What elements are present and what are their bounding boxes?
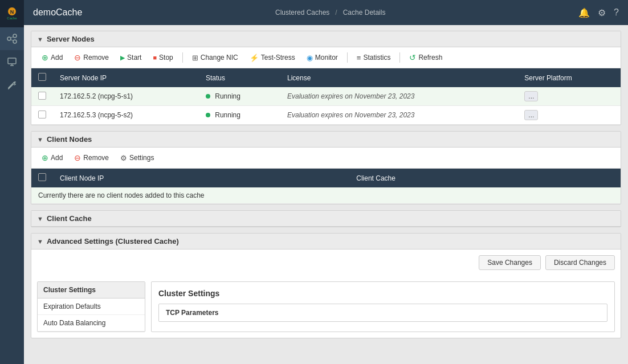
server-row2-more-button[interactable]: ...	[524, 110, 538, 120]
advanced-settings-chevron: ▼	[37, 238, 43, 245]
svg-point-3	[7, 37, 11, 40]
topbar-icons: 🔔 ⚙ ?	[578, 7, 619, 18]
table-row[interactable]: 172.162.5.3 (ncpg-5-s2) Running Evaluati…	[31, 106, 621, 125]
monitor-btn-icon	[307, 54, 313, 62]
sidebar-item-tools[interactable]	[0, 73, 24, 96]
app-logo: N Cache	[0, 0, 24, 27]
start-server-button[interactable]: Start	[116, 52, 146, 63]
notification-icon[interactable]: 🔔	[578, 7, 590, 18]
server-nodes-chevron: ▼	[37, 36, 43, 43]
refresh-icon	[409, 53, 416, 62]
client-nodes-table: Client Node IP Client Cache Currently th…	[31, 169, 621, 204]
breadcrumb-parent[interactable]: Clustered Caches	[275, 9, 329, 17]
toolbar-divider-3	[399, 52, 400, 63]
cluster-icon	[7, 34, 17, 44]
server-nodes-toolbar: Add Remove Start Stop	[31, 47, 621, 68]
stop-icon	[153, 54, 157, 62]
client-nodes-chevron: ▼	[37, 136, 43, 143]
discard-changes-button[interactable]: Discard Changes	[545, 255, 615, 270]
server-row2-status: Running	[199, 106, 280, 125]
svg-line-6	[11, 37, 14, 38]
change-nic-button[interactable]: Change NIC	[187, 52, 243, 64]
server-row2-ip: 172.162.5.3 (ncpg-5-s2)	[53, 106, 199, 125]
status-running-dot	[206, 94, 210, 99]
sidebar-item-cluster[interactable]	[0, 27, 24, 50]
client-nodes-empty-row: Currently there are no client nodes adde…	[31, 187, 621, 204]
status-running-dot-2	[206, 113, 210, 117]
client-table-header-ip: Client Node IP	[53, 169, 349, 187]
server-select-all-checkbox[interactable]	[38, 73, 46, 81]
advanced-settings-section: ▼ Advanced Settings (Clustered Cache) Sa…	[31, 233, 621, 338]
client-cache-title: Client Cache	[47, 214, 92, 223]
adv-layout: Cluster Settings Expiration Defaults Aut…	[37, 281, 615, 332]
server-table-header-platform: Server Platform	[517, 68, 621, 87]
server-nodes-section: ▼ Server Nodes Add Remove Start	[31, 31, 621, 125]
adv-actions-bar: Save Changes Discard Changes	[37, 255, 615, 276]
start-icon	[120, 54, 125, 62]
topbar: demoCache Clustered Caches / Cache Detai…	[24, 0, 628, 25]
client-cache-section: ▼ Client Cache	[31, 210, 621, 227]
stats-icon	[357, 54, 361, 62]
advanced-settings-title: Advanced Settings (Clustered Cache)	[47, 237, 179, 246]
adv-settings-main: Cluster Settings TCP Parameters	[151, 281, 615, 332]
server-row2-check	[31, 106, 53, 125]
remove-server-button[interactable]: Remove	[70, 51, 113, 64]
adv-settings-sidebar: Cluster Settings Expiration Defaults Aut…	[37, 281, 145, 332]
remove-icon	[74, 53, 81, 62]
server-nodes-body: Add Remove Start Stop	[31, 47, 621, 125]
server-table-header-check	[31, 68, 53, 87]
client-settings-button[interactable]: Settings	[116, 152, 158, 164]
server-row1-check	[31, 87, 53, 106]
add-client-icon	[42, 153, 48, 162]
client-nodes-section: ▼ Client Nodes Add Remove Settings	[31, 131, 621, 205]
add-client-button[interactable]: Add	[37, 152, 67, 164]
nic-icon	[192, 54, 198, 62]
server-row1-platform: ...	[517, 87, 621, 106]
server-row1-status: Running	[199, 87, 280, 106]
server-row1-more-button[interactable]: ...	[524, 91, 538, 101]
client-cache-header[interactable]: ▼ Client Cache	[31, 211, 621, 227]
client-nodes-body: Add Remove Settings	[31, 148, 621, 204]
remove-client-button[interactable]: Remove	[70, 152, 113, 164]
advanced-settings-body: Save Changes Discard Changes Cluster Set…	[31, 250, 621, 338]
adv-subsection-tcp-title: TCP Parameters	[166, 309, 600, 317]
server-row1-ip: 172.162.5.2 (ncpg-5-s1)	[53, 87, 199, 106]
logo-icon: N Cache	[3, 5, 21, 22]
client-select-all-checkbox[interactable]	[38, 173, 46, 181]
client-settings-icon	[120, 154, 127, 162]
help-icon[interactable]: ?	[614, 7, 619, 18]
svg-point-4	[13, 34, 17, 38]
client-nodes-toolbar: Add Remove Settings	[31, 148, 621, 169]
statistics-button[interactable]: Statistics	[352, 52, 395, 64]
sidebar-item-monitor[interactable]	[0, 50, 24, 73]
stress-icon	[250, 54, 259, 62]
monitor-icon	[7, 56, 17, 67]
server-nodes-table: Server Node IP Status License Server Pla…	[31, 68, 621, 125]
client-nodes-empty-message: Currently there are no client nodes adde…	[31, 187, 621, 204]
client-cache-chevron: ▼	[37, 215, 43, 222]
server-row2-platform: ...	[517, 106, 621, 125]
svg-rect-8	[8, 58, 16, 64]
monitor-button[interactable]: Monitor	[302, 52, 342, 64]
main-area: demoCache Clustered Caches / Cache Detai…	[24, 0, 628, 364]
settings-icon[interactable]: ⚙	[598, 7, 606, 18]
sidebar: N Cache	[0, 0, 24, 364]
server-row1-license: Evaluation expires on November 23, 2023	[280, 87, 517, 106]
stop-server-button[interactable]: Stop	[148, 52, 177, 63]
refresh-button[interactable]: Refresh	[405, 51, 447, 64]
advanced-settings-header[interactable]: ▼ Advanced Settings (Clustered Cache)	[31, 234, 621, 250]
adv-sidebar-item-expiration[interactable]: Expiration Defaults	[38, 298, 145, 315]
server-table-header-ip: Server Node IP	[53, 68, 199, 87]
table-row[interactable]: 172.162.5.2 (ncpg-5-s1) Running Evaluati…	[31, 87, 621, 106]
adv-sidebar-item-balancing[interactable]: Auto Data Balancing	[38, 315, 145, 332]
content-area: ▼ Server Nodes Add Remove Start	[24, 25, 628, 364]
test-stress-button[interactable]: Test-Stress	[245, 52, 300, 64]
client-nodes-header[interactable]: ▼ Client Nodes	[31, 132, 621, 148]
toolbar-divider-2	[347, 52, 348, 63]
server-nodes-header[interactable]: ▼ Server Nodes	[31, 31, 621, 47]
add-server-button[interactable]: Add	[37, 51, 67, 64]
cache-name-title: demoCache	[33, 7, 82, 18]
adv-sidebar-header: Cluster Settings	[38, 282, 145, 298]
server-row2-license: Evaluation expires on November 23, 2023	[280, 106, 517, 125]
save-changes-button[interactable]: Save Changes	[479, 255, 541, 270]
